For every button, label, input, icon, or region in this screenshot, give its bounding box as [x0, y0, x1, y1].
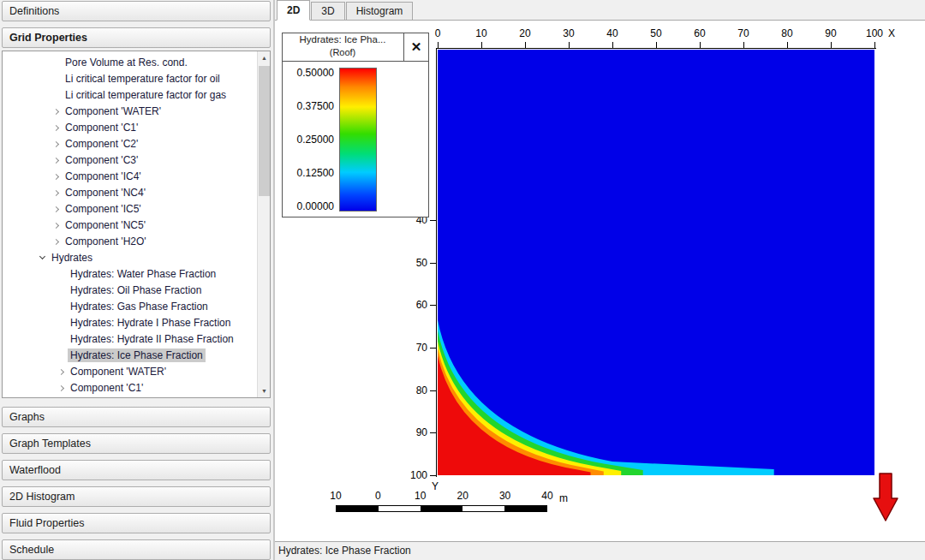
tree-item-li-critical-temperature-factor-for-oil[interactable]: Li critical temperature factor for oil: [3, 71, 256, 87]
legend-tick-label: 0.37500: [283, 101, 334, 111]
y-axis-tick: [430, 475, 436, 476]
chevron-right-icon: [52, 190, 58, 196]
sidebar-section-definitions[interactable]: Definitions: [2, 1, 271, 21]
expand-arrow-icon[interactable]: [49, 152, 63, 169]
down-arrow-marker-icon: [873, 473, 898, 522]
status-bar: Hydrates: Ice Phase Fraction: [275, 541, 925, 560]
sidebar-section-waterflood[interactable]: Waterflood: [2, 460, 271, 480]
x-axis-tick-label: 40: [606, 27, 618, 39]
tree-item-hydrates-gas-phase-fraction[interactable]: Hydrates: Gas Phase Fraction: [3, 299, 256, 315]
chevron-right-icon: [52, 206, 58, 212]
legend-body: 0.500000.375000.250000.125000.00000: [283, 62, 428, 217]
legend-subtitle: (Roof): [283, 46, 403, 58]
tree-item-hydrates-hydrate-ii-phase-fraction[interactable]: Hydrates: Hydrate II Phase Fraction: [3, 331, 256, 348]
tree-item-label: Hydrates: Water Phase Fraction: [68, 267, 218, 281]
y-axis-tick: [430, 263, 436, 264]
legend-tick-label: 0.25000: [283, 134, 334, 145]
tree-item-hydrates-oil-phase-fraction[interactable]: Hydrates: Oil Phase Fraction: [3, 283, 256, 299]
scale-bar-label: 10: [415, 490, 426, 502]
sidebar-section-grid-properties[interactable]: Grid Properties: [2, 27, 271, 48]
tree-item-label: Component 'NC5': [63, 218, 148, 232]
tree-item-hydrates-ice-phase-fraction[interactable]: Hydrates: Ice Phase Fraction: [3, 348, 256, 364]
close-icon[interactable]: ✕: [403, 33, 428, 61]
tree-item-component-nc5[interactable]: Component 'NC5': [3, 217, 256, 234]
expand-arrow-icon[interactable]: [49, 136, 63, 152]
sidebar-section-graph-templates[interactable]: Graph Templates: [2, 433, 271, 454]
chevron-down-icon: [39, 253, 45, 259]
expand-arrow-icon[interactable]: [49, 169, 63, 185]
x-axis-tick: [481, 42, 482, 48]
tree-item-li-critical-temperature-factor-for-gas[interactable]: Li critical temperature factor for gas: [3, 87, 256, 104]
y-axis-tick: [430, 305, 436, 306]
x-axis-tick: [831, 42, 832, 48]
tree-item-component-c1[interactable]: Component 'C1': [3, 120, 256, 136]
expand-arrow-icon[interactable]: [54, 380, 68, 396]
tree-item-hydrates[interactable]: Hydrates: [3, 250, 256, 266]
scale-bar-segment: [504, 506, 546, 511]
y-axis-tick-label: 60: [402, 299, 427, 311]
legend-tick-label: 0.50000: [283, 68, 334, 78]
scale-bar-segment: [421, 506, 462, 511]
expand-arrow-icon[interactable]: [49, 185, 63, 201]
tree-item-component-water[interactable]: Component 'WATER': [3, 364, 256, 380]
x-axis-tick-label: 80: [781, 27, 792, 39]
tree-item-hydrates-hydrate-i-phase-fraction[interactable]: Hydrates: Hydrate I Phase Fraction: [3, 315, 256, 331]
expand-arrow-icon[interactable]: [35, 250, 49, 266]
scale-bar-segment: [462, 506, 504, 511]
heatmap-background: [438, 50, 874, 475]
scrollbar-thumb[interactable]: [259, 66, 270, 196]
tree-item-component-c2[interactable]: Component 'C2': [3, 136, 256, 152]
scroll-down-icon[interactable]: ▼: [258, 384, 271, 397]
tab-histogram[interactable]: Histogram: [346, 2, 414, 20]
sidebar-top-sections: DefinitionsGrid Properties: [1, 1, 272, 48]
tab-2d[interactable]: 2D: [277, 0, 310, 21]
expand-arrow-icon[interactable]: [49, 234, 63, 250]
x-axis-tick: [743, 42, 744, 48]
tree-scrollbar[interactable]: ▲ ▼: [257, 51, 270, 397]
tree-item-list: Pore Volume at Res. cond.Li critical tem…: [3, 55, 256, 397]
scale-bar-segment: [337, 506, 379, 511]
legend-title: Hydrates: Ice Pha...: [283, 33, 403, 46]
tab-3d[interactable]: 3D: [311, 2, 344, 20]
tree-item-component-nc4[interactable]: Component 'NC4': [3, 185, 256, 201]
expand-arrow-icon[interactable]: [49, 217, 63, 234]
y-axis-tick-label: 100: [402, 469, 427, 481]
y-axis-tick: [430, 390, 436, 391]
tree-item-component-water[interactable]: Component 'WATER': [3, 104, 256, 120]
tree-item-component-c3[interactable]: Component 'C3': [3, 152, 256, 169]
expand-arrow-icon[interactable]: [49, 120, 63, 136]
x-axis-tick: [612, 42, 613, 48]
sidebar-section-schedule[interactable]: Schedule: [2, 539, 271, 560]
x-axis-tick-label: 10: [475, 27, 486, 39]
expand-arrow-icon[interactable]: [54, 364, 68, 380]
sidebar-section-graphs[interactable]: Graphs: [2, 407, 271, 427]
chevron-right-icon: [52, 141, 58, 147]
scroll-up-icon[interactable]: ▲: [258, 51, 271, 64]
expand-arrow-icon[interactable]: [49, 104, 63, 120]
tree-item-label: Li critical temperature factor for gas: [63, 88, 229, 102]
chevron-right-icon: [57, 369, 63, 375]
tree-item-label: Component 'IC5': [63, 202, 144, 216]
tree-item-component-c1[interactable]: Component 'C1': [3, 380, 256, 396]
x-axis-tick-label: 100: [866, 27, 883, 39]
x-axis-tick-label: 50: [650, 27, 661, 39]
tree-item-hydrates-water-phase-fraction[interactable]: Hydrates: Water Phase Fraction: [3, 266, 256, 283]
scale-bar-segment: [379, 506, 421, 511]
sidebar-section-2d-histogram[interactable]: 2D Histogram: [2, 486, 271, 507]
sidebar: DefinitionsGrid Properties Pore Volume a…: [0, 0, 275, 560]
tree-item-component-ic5[interactable]: Component 'IC5': [3, 201, 256, 217]
tree-item-component-ic4[interactable]: Component 'IC4': [3, 169, 256, 185]
expand-arrow-icon[interactable]: [49, 201, 63, 217]
heatmap-field[interactable]: [438, 50, 874, 475]
y-axis-name: Y: [432, 480, 439, 492]
tree-item-pore-volume-at-res-cond[interactable]: Pore Volume at Res. cond.: [3, 55, 256, 71]
tree-item-component-h2o[interactable]: Component 'H2O': [3, 234, 256, 250]
x-axis-tick-label: 30: [563, 27, 574, 39]
y-axis-tick: [430, 348, 436, 349]
scale-bar-label: 0: [375, 490, 381, 502]
plot-area: Hydrates: Ice Pha... (Roof) ✕ 0.500000.3…: [275, 21, 925, 541]
color-legend[interactable]: Hydrates: Ice Pha... (Roof) ✕ 0.500000.3…: [282, 33, 429, 217]
sidebar-section-fluid-properties[interactable]: Fluid Properties: [2, 513, 271, 533]
view-tabbar: 2D3DHistogram: [275, 0, 925, 21]
tree-item-label: Hydrates: Hydrate I Phase Fraction: [68, 316, 233, 330]
